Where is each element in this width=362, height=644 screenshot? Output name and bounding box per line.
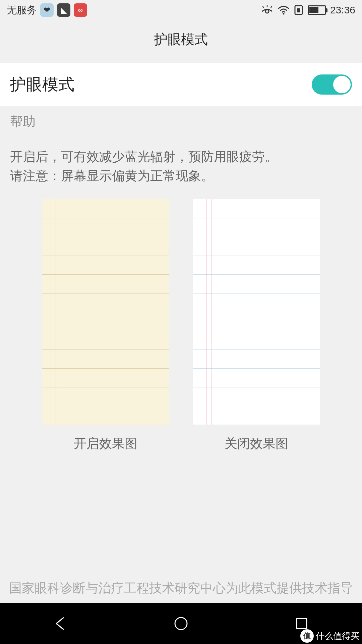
help-line-1: 开启后，可有效减少蓝光辐射，预防用眼疲劳。: [10, 147, 352, 166]
svg-line-3: [271, 6, 272, 8]
preview-container: 开启效果图 关闭效果图: [0, 189, 362, 452]
health-app-icon: ❤: [40, 3, 54, 17]
watermark: 值 什么值得买: [300, 629, 359, 643]
watermark-badge: 值: [300, 629, 314, 643]
preview-on-caption: 开启效果图: [74, 435, 137, 452]
wifi-icon: [278, 5, 290, 15]
notification-app-icon-2: ∞: [74, 3, 87, 17]
status-right: 23:36: [261, 4, 355, 16]
help-line-2: 请注意：屏幕显示偏黄为正常现象。: [10, 166, 352, 185]
navigation-bar: 值 什么值得买: [0, 603, 362, 644]
preview-on-image: [42, 199, 169, 425]
svg-rect-6: [297, 8, 300, 12]
preview-off-column: 关闭效果图: [193, 199, 320, 452]
preview-on-column: 开启效果图: [42, 199, 169, 452]
sim-card-icon: [294, 4, 304, 16]
svg-point-7: [175, 618, 187, 630]
preview-off-image: [193, 199, 320, 425]
clock-text: 23:36: [330, 4, 355, 16]
svg-point-0: [265, 10, 269, 13]
svg-line-1: [263, 6, 263, 8]
eye-comfort-toggle[interactable]: [312, 74, 352, 95]
carrier-text: 无服务: [7, 3, 37, 17]
home-button[interactable]: [171, 613, 191, 634]
svg-rect-8: [297, 619, 307, 629]
eye-comfort-icon: [261, 5, 274, 15]
status-bar: 无服务 ❤ ◣ ∞ 23:36: [0, 0, 362, 20]
eye-comfort-toggle-row[interactable]: 护眼模式: [0, 63, 362, 106]
footer-attribution: 国家眼科诊断与治疗工程技术研究中心为此模式提供技术指导: [0, 579, 362, 598]
help-description: 开启后，可有效减少蓝光辐射，预防用眼疲劳。 请注意：屏幕显示偏黄为正常现象。: [0, 137, 362, 189]
battery-icon: [308, 5, 326, 15]
page-title: 护眼模式: [0, 20, 362, 63]
svg-point-4: [283, 13, 284, 15]
notification-app-icon: ◣: [57, 3, 70, 17]
back-button[interactable]: [50, 613, 70, 634]
watermark-text: 什么值得买: [316, 630, 359, 642]
help-section-header: 帮助: [0, 106, 362, 137]
preview-off-caption: 关闭效果图: [225, 435, 288, 452]
toggle-label: 护眼模式: [10, 74, 74, 95]
toggle-knob: [333, 76, 351, 93]
status-left: 无服务 ❤ ◣ ∞: [7, 3, 87, 17]
